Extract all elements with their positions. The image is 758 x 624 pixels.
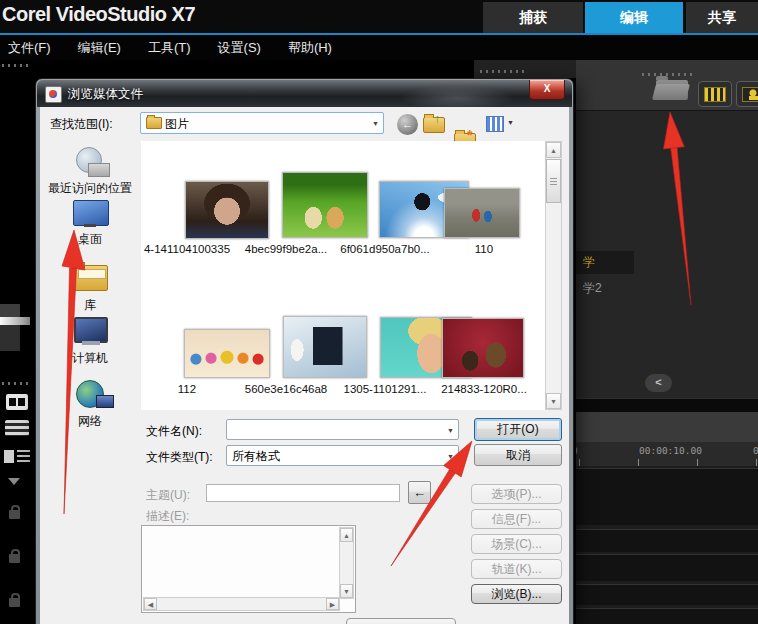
- tracks-button[interactable]: 轨道(K)...: [471, 559, 562, 579]
- title-track[interactable]: [576, 554, 758, 581]
- scrollbar-thumb[interactable]: [546, 159, 561, 203]
- track-lock-icon[interactable]: [9, 554, 20, 563]
- file-thumbnail-dogs-photo[interactable]: [442, 318, 524, 378]
- file-thumbnail-polar-bear-photo[interactable]: [283, 316, 367, 378]
- thumb-grip: [550, 181, 557, 182]
- open-button[interactable]: 打开(O): [474, 418, 562, 441]
- timeline-view-icon[interactable]: [5, 420, 29, 436]
- file-name[interactable]: 214833-120R0...: [432, 383, 536, 395]
- ruler-tick: [638, 459, 639, 466]
- look-in-value: 图片: [165, 116, 189, 133]
- sidebar-item-recent-places[interactable]: 最近访问的位置: [40, 180, 140, 197]
- back-button[interactable]: ←: [397, 114, 418, 135]
- scroll-up-button[interactable]: ▲: [340, 528, 353, 542]
- menu-edit[interactable]: 编辑(E): [78, 39, 121, 57]
- panel-grip-dots[interactable]: [642, 73, 694, 76]
- left-rail-block: [0, 304, 20, 317]
- track-lock-icon[interactable]: [9, 510, 20, 519]
- views-dropdown-icon[interactable]: ▼: [507, 119, 514, 126]
- panel-grip-dots[interactable]: [2, 382, 32, 385]
- file-name[interactable]: 110: [432, 243, 536, 255]
- file-name[interactable]: 112: [135, 383, 239, 395]
- panel-grip-dots[interactable]: [2, 64, 32, 67]
- file-name[interactable]: 1305-1101291...: [333, 383, 437, 395]
- file-type-label: 文件类型(T):: [146, 449, 213, 466]
- up-arrow-icon: ↑: [434, 112, 440, 126]
- up-one-level-button[interactable]: ↑: [423, 117, 445, 133]
- storyboard-view-icon[interactable]: [6, 394, 28, 410]
- voice-track[interactable]: [576, 584, 758, 605]
- library-paper: [78, 269, 106, 279]
- file-type-value: 所有格式: [232, 448, 280, 465]
- scenes-button[interactable]: 场景(C)...: [471, 534, 562, 554]
- track-manager-icon[interactable]: [4, 450, 30, 463]
- file-thumbnail-ducks-photo[interactable]: [184, 329, 270, 378]
- file-type-combobox[interactable]: 所有格式 ▼: [226, 445, 459, 466]
- scroll-right-button[interactable]: ▶: [326, 598, 339, 610]
- scroll-up-button[interactable]: ▲: [546, 142, 561, 158]
- expand-tracks-icon[interactable]: [8, 478, 20, 485]
- sidebar-item-libraries[interactable]: 库: [40, 297, 140, 314]
- description-hscrollbar[interactable]: ◀ ▶: [143, 597, 340, 611]
- ruler-label: 0: [753, 445, 758, 456]
- browse-button[interactable]: 浏览(B)...: [471, 584, 562, 604]
- menu-tools[interactable]: 工具(T): [148, 39, 191, 57]
- library-item-selected[interactable]: 学: [576, 251, 634, 274]
- description-vscrollbar[interactable]: ▲ ▼: [339, 527, 354, 599]
- scroll-down-button[interactable]: ▼: [546, 393, 561, 409]
- sidebar-item-network[interactable]: 网络: [40, 413, 140, 430]
- file-name-combobox[interactable]: ▼: [226, 419, 459, 440]
- file-thumbnail-puppies-photo[interactable]: [282, 172, 368, 238]
- left-rail-block: [0, 325, 20, 351]
- previous-subject-button[interactable]: ←: [408, 481, 431, 504]
- thumb-grip: [550, 184, 557, 185]
- tab-edit[interactable]: 编辑: [585, 2, 683, 33]
- file-name[interactable]: 4-141104100335: [135, 243, 239, 255]
- chevron-left-icon: <: [655, 376, 661, 388]
- show-videos-button[interactable]: [698, 81, 732, 107]
- scroll-down-button[interactable]: ▼: [340, 584, 353, 598]
- look-in-combobox[interactable]: 图片 ▼: [140, 112, 384, 134]
- music-track[interactable]: [576, 608, 758, 624]
- tab-share[interactable]: 共享: [686, 2, 758, 33]
- file-name[interactable]: 4bec99f9be2a...: [234, 243, 338, 255]
- partial-bottom-button[interactable]: [346, 618, 456, 624]
- panel-grip-dots[interactable]: [480, 70, 524, 73]
- menu-bar: 文件(F) 编辑(E) 工具(T) 设置(S) 帮助(H): [0, 35, 758, 60]
- overlay-track[interactable]: [576, 529, 758, 552]
- menu-settings[interactable]: 设置(S): [218, 39, 261, 57]
- menu-help[interactable]: 帮助(H): [288, 39, 332, 57]
- info-button[interactable]: 信息(F)...: [471, 509, 562, 529]
- show-photos-button[interactable]: [736, 81, 758, 107]
- sidebar-item-computer[interactable]: 计算机: [40, 350, 140, 367]
- panel-divider: [576, 398, 758, 413]
- scroll-up-icon: ▲: [550, 147, 557, 154]
- library-panel: 学 学2 < 0 00:00:10.00 0: [576, 60, 758, 624]
- subject-field[interactable]: [206, 484, 400, 502]
- cancel-button[interactable]: 取消: [474, 444, 562, 466]
- file-thumbnail-kids-photo[interactable]: [444, 188, 520, 238]
- computer-icon: [74, 317, 108, 343]
- file-list-scrollbar[interactable]: ▲ ▼: [545, 141, 562, 410]
- video-track[interactable]: [576, 468, 758, 525]
- sidebar-item-desktop[interactable]: 桌面: [40, 231, 140, 248]
- description-textarea[interactable]: ▲ ▼ ◀ ▶: [141, 525, 356, 613]
- dialog-titlebar[interactable]: 浏览媒体文件 X: [37, 80, 572, 107]
- library-item[interactable]: 学2: [576, 277, 634, 300]
- views-menu-button[interactable]: [486, 116, 504, 132]
- scroll-left-button[interactable]: ◀: [144, 598, 157, 610]
- timeline-ruler[interactable]: 0 00:00:10.00 0: [576, 442, 758, 467]
- file-thumbnail-portrait-photo[interactable]: [185, 181, 269, 239]
- tab-capture[interactable]: 捕获: [483, 2, 583, 33]
- dialog-title: 浏览媒体文件: [68, 86, 143, 103]
- options-button[interactable]: 选项(P)...: [471, 484, 562, 504]
- scroll-left-icon: ◀: [148, 601, 153, 608]
- file-name[interactable]: 560e3e16c46a8: [234, 383, 338, 395]
- track-lock-icon[interactable]: [9, 598, 20, 607]
- import-media-folder-icon[interactable]: [656, 80, 688, 100]
- menu-file[interactable]: 文件(F): [8, 39, 51, 57]
- close-button[interactable]: X: [529, 80, 565, 100]
- collapse-panel-button[interactable]: <: [645, 374, 672, 392]
- file-name[interactable]: 6f061d950a7b0...: [333, 243, 437, 255]
- scroll-down-icon: ▼: [343, 588, 350, 595]
